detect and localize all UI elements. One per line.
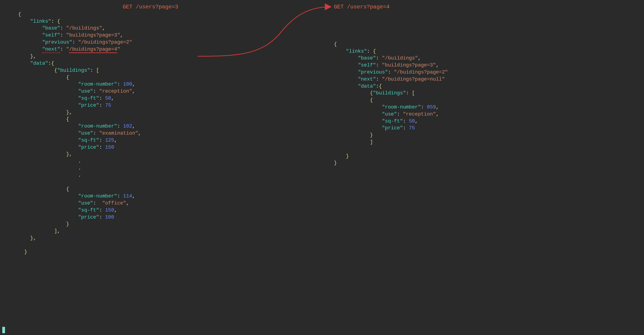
right-links-previous: /buidings?page=2: [397, 69, 445, 75]
left-links-base: /buildings: [69, 25, 99, 31]
left-b2-room: 114: [123, 193, 132, 199]
right-b0-price: 75: [409, 125, 415, 131]
right-links-next: /buidings?page=null: [385, 76, 442, 82]
right-links-self: buildings?page=3: [385, 62, 433, 68]
json-left: { "links": { "base": "/buildings", "self…: [18, 4, 141, 256]
left-b0-use: reception: [102, 88, 129, 94]
text-cursor: [2, 327, 5, 333]
left-b1-use: examination: [102, 130, 135, 136]
left-b1-room: 102: [123, 123, 132, 129]
right-b0-use: reception: [406, 111, 433, 117]
right-b0-sqft: 50: [409, 118, 415, 124]
left-b0-price: 75: [105, 103, 111, 108]
left-links-self: buildings?page=3: [69, 32, 117, 38]
left-b2-price: 100: [105, 215, 114, 220]
right-b0-room: 859: [427, 104, 436, 110]
left-b0-room: 100: [123, 81, 132, 87]
label-get-page4: GET /users?page=4: [334, 3, 390, 11]
left-b1-sqft: 125: [105, 138, 114, 143]
left-b1-price: 150: [105, 145, 114, 150]
left-b0-sqft: 50: [105, 95, 111, 101]
json-right: { "links": { "base": "/buildings", "self…: [334, 34, 448, 167]
left-b2-sqft: 150: [105, 207, 114, 213]
left-links-previous: /buidings?page=2: [81, 39, 129, 45]
left-links-next: /buidings?page=4: [69, 46, 117, 52]
code-diagram: { "labels": { "left": "GET /users?page=3…: [0, 0, 644, 335]
left-b2-use: office: [105, 200, 123, 206]
right-links-base: /buildings: [385, 55, 415, 61]
